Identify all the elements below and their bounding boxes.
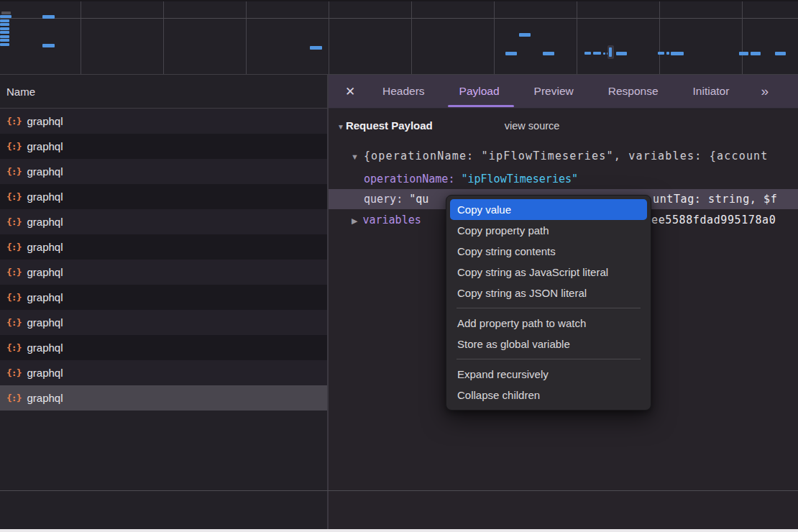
request-row-graphql[interactable]: {:}graphql: [0, 310, 327, 335]
menu-separator: [457, 359, 641, 359]
detail-tabs: HeadersPayloadPreviewResponseInitiator: [382, 75, 729, 108]
waterfall-gridline: [411, 1, 412, 74]
waterfall-request-bar: [0, 23, 9, 26]
menu-separator: [457, 308, 641, 308]
tab-preview[interactable]: Preview: [534, 75, 574, 108]
waterfall-gridline: [659, 1, 660, 74]
request-row-graphql[interactable]: {:}graphql: [0, 335, 327, 360]
waterfall-gridline: [81, 1, 81, 74]
view-source-link[interactable]: view source: [505, 120, 560, 132]
tab-initiator[interactable]: Initiator: [693, 75, 730, 108]
network-overview-waterfall[interactable]: [0, 0, 798, 75]
menu-item-collapse-children[interactable]: Collapse children: [446, 385, 651, 405]
waterfall-gridline: [163, 1, 164, 74]
waterfall-request-bar: [505, 52, 517, 55]
name-column-header[interactable]: Name: [0, 75, 327, 109]
waterfall-request-bar: [671, 52, 684, 55]
request-name: graphql: [27, 115, 63, 127]
property-key: query:: [364, 193, 403, 206]
name-column-label: Name: [6, 86, 35, 98]
json-braces-icon: {:}: [6, 342, 21, 353]
waterfall-request-bar: [1, 12, 11, 14]
waterfall-selected-marker: [607, 45, 614, 59]
expand-triangle-icon[interactable]: ▼: [351, 152, 359, 161]
tab-headers[interactable]: Headers: [382, 75, 425, 108]
property-value: "ipFlowTimeseries": [461, 173, 578, 185]
request-name: graphql: [27, 140, 63, 152]
json-braces-icon: {:}: [6, 166, 21, 177]
waterfall-request-bar: [751, 52, 761, 55]
json-braces-icon: {:}: [6, 216, 21, 227]
context-menu: Copy valueCopy property pathCopy string …: [446, 195, 651, 411]
section-collapse-icon[interactable]: ▼: [337, 123, 344, 131]
json-braces-icon: {:}: [6, 116, 21, 127]
waterfall-request-bar: [666, 52, 669, 55]
waterfall-request-bar: [0, 19, 9, 22]
request-row-graphql[interactable]: {:}graphql: [0, 209, 327, 234]
waterfall-gridline: [577, 1, 577, 74]
request-row-graphql[interactable]: {:}graphql: [0, 360, 327, 385]
request-row-graphql[interactable]: {:}graphql: [0, 184, 327, 209]
request-name: graphql: [27, 266, 63, 278]
request-row-graphql[interactable]: {:}graphql: [0, 285, 327, 310]
json-braces-icon: {:}: [6, 267, 21, 278]
request-row-graphql[interactable]: {:}graphql: [0, 134, 327, 159]
menu-item-copy-string-contents[interactable]: Copy string contents: [446, 241, 651, 262]
more-tabs-icon[interactable]: »: [761, 83, 769, 99]
waterfall-request-bar: [775, 52, 786, 55]
menu-item-copy-property-path[interactable]: Copy property path: [446, 220, 651, 241]
request-name: graphql: [27, 216, 63, 228]
request-row-graphql[interactable]: {:}graphql: [0, 260, 327, 285]
waterfall-request-bar: [519, 33, 531, 37]
waterfall-request-bar: [0, 15, 12, 18]
detail-pane-footer: [329, 491, 798, 529]
waterfall-request-bar: [0, 31, 9, 34]
waterfall-request-bar: [0, 43, 9, 46]
close-icon[interactable]: ✕: [344, 84, 357, 99]
menu-item-copy-string-as-javascript-literal[interactable]: Copy string as JavaScript literal: [446, 262, 651, 283]
waterfall-gridline: [742, 1, 743, 74]
section-title: Request Payload: [346, 119, 433, 132]
waterfall-request-bar: [543, 52, 554, 55]
detail-tabbar: ✕ HeadersPayloadPreviewResponseInitiator…: [329, 75, 798, 109]
devtools-network-panel: Name {:}graphql{:}graphql{:}graphql{:}gr…: [0, 0, 798, 532]
request-row-graphql[interactable]: {:}graphql: [0, 159, 327, 184]
waterfall-request-bar: [0, 27, 9, 30]
request-name: graphql: [27, 392, 63, 404]
waterfall-marker-bar: [609, 47, 612, 57]
waterfall-request-bar: [0, 39, 9, 42]
request-name: graphql: [27, 341, 63, 354]
tab-payload[interactable]: Payload: [459, 75, 500, 108]
expand-triangle-icon[interactable]: ▶: [352, 216, 357, 225]
property-key: operationName:: [364, 173, 454, 185]
request-name: graphql: [27, 191, 63, 203]
waterfall-request-bar: [739, 52, 748, 55]
json-braces-icon: {:}: [6, 242, 21, 252]
json-braces-icon: {:}: [6, 317, 21, 328]
waterfall-request-bar: [42, 44, 55, 47]
json-braces-icon: {:}: [6, 292, 21, 303]
json-braces-icon: {:}: [6, 141, 21, 152]
tree-row-operationName[interactable]: operationName: "ipFlowTimeseries": [364, 173, 578, 185]
waterfall-gridline: [494, 1, 495, 74]
waterfall-gridline: [329, 1, 329, 74]
menu-item-store-as-global-variable[interactable]: Store as global variable: [446, 334, 651, 354]
menu-item-copy-value[interactable]: Copy value: [450, 199, 647, 220]
tab-response[interactable]: Response: [608, 75, 659, 108]
menu-item-add-property-path-to-watch[interactable]: Add property path to watch: [446, 313, 651, 334]
waterfall-request-bar: [603, 52, 605, 55]
request-name: graphql: [27, 165, 63, 178]
request-name: graphql: [27, 291, 63, 303]
waterfall-request-bar: [658, 52, 664, 55]
waterfall-request-bar: [42, 15, 55, 19]
json-braces-icon: {:}: [6, 393, 21, 403]
waterfall-request-bar: [616, 52, 627, 55]
request-row-graphql[interactable]: {:}graphql: [0, 109, 327, 134]
request-list: {:}graphql{:}graphql{:}graphql{:}graphql…: [0, 109, 327, 490]
request-row-graphql[interactable]: {:}graphql: [0, 234, 327, 260]
request-row-graphql[interactable]: {:}graphql: [0, 385, 327, 411]
property-value-start: "qu: [409, 193, 428, 206]
menu-item-expand-recursively[interactable]: Expand recursively: [446, 364, 651, 385]
menu-item-copy-string-as-json-literal[interactable]: Copy string as JSON literal: [446, 283, 651, 303]
tree-root-row[interactable]: ▼{operationName: "ipFlowTimeseries", var…: [351, 150, 769, 162]
